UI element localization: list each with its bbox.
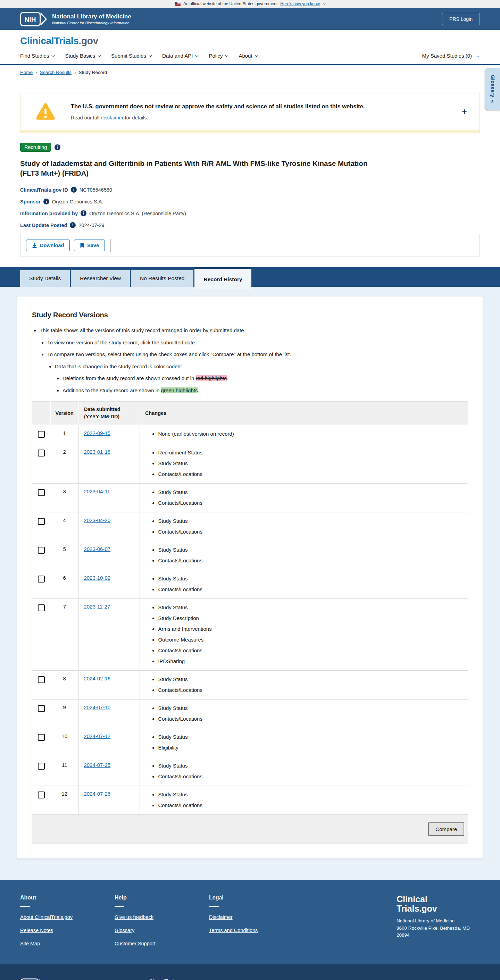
change-item: Contacts/Locations <box>158 715 463 722</box>
tab-researcher-view[interactable]: Researcher View <box>71 270 130 287</box>
version-checkbox[interactable] <box>38 431 45 438</box>
version-date-link[interactable]: 2023-04-20 <box>84 517 110 523</box>
version-row: 22023-01-18Recruitment StatusStudy Statu… <box>32 444 468 484</box>
change-item: Contacts/Locations <box>158 585 463 593</box>
checkbox-cell <box>32 700 50 728</box>
footer-link[interactable]: Site Map <box>20 941 115 946</box>
version-date-link[interactable]: 2024-07-10 <box>84 704 110 710</box>
version-date-link[interactable]: 2024-07-26 <box>84 791 110 797</box>
tab-no-results-posted[interactable]: No Results Posted <box>131 270 193 287</box>
breadcrumb: Home › Search Results › Study Record <box>0 65 500 79</box>
version-date-link[interactable]: 2023-01-18 <box>84 449 110 455</box>
chevron-down-icon <box>255 54 258 57</box>
download-button[interactable]: Download <box>26 240 70 251</box>
prs-login-button[interactable]: PRS Login <box>442 13 480 25</box>
breadcrumb-search-results-link[interactable]: Search Results <box>40 70 72 75</box>
chevron-down-icon <box>225 54 228 57</box>
nlm-title[interactable]: National Library of Medicine <box>52 13 131 20</box>
version-checkbox[interactable] <box>38 763 45 770</box>
version-checkbox[interactable] <box>38 734 45 741</box>
footer-link[interactable]: Give us feedback <box>115 915 209 920</box>
expand-plus-icon[interactable]: + <box>459 106 470 117</box>
footer-link[interactable]: Terms and Conditions <box>209 928 304 933</box>
footer-link[interactable]: Customer Support <box>115 941 209 946</box>
disclaimer-link[interactable]: disclaimer <box>101 115 123 121</box>
version-checkbox[interactable] <box>38 676 45 683</box>
checkbox-cell <box>32 599 50 671</box>
version-date-link[interactable]: 2023-06-07 <box>84 546 110 552</box>
version-checkbox[interactable] <box>38 792 45 799</box>
clinicaltrials-footer-logo: Clinical Trials.gov <box>396 895 480 913</box>
checkbox-cell <box>32 570 50 599</box>
breadcrumb-home-link[interactable]: Home <box>20 70 33 75</box>
version-date-link[interactable]: 2023-10-02 <box>84 575 110 581</box>
version-checkbox[interactable] <box>38 518 45 525</box>
footer-link[interactable]: About ClinicalTrials.gov <box>20 915 115 920</box>
info-icon[interactable]: i <box>81 210 86 216</box>
version-date-link[interactable]: 2024-07-12 <box>84 733 110 739</box>
info-icon[interactable]: i <box>54 145 61 150</box>
version-checkbox[interactable] <box>38 450 45 457</box>
nav-item-about[interactable]: About <box>239 53 257 59</box>
changes-list: Study StatusContacts/Locations <box>158 575 463 593</box>
checkbox-cell <box>32 512 50 541</box>
version-date-link[interactable]: 2024-07-25 <box>84 762 110 768</box>
version-checkbox[interactable] <box>38 605 45 611</box>
version-number: 11 <box>50 757 79 786</box>
date-cell: 2023-10-02 <box>79 570 140 599</box>
nav-item-policy[interactable]: Policy <box>209 53 228 59</box>
version-checkbox[interactable] <box>38 705 45 712</box>
disclaimer-text: The U.S. government does not review or a… <box>61 103 365 121</box>
divider <box>110 239 111 252</box>
date-cell: 2024-07-12 <box>79 728 140 757</box>
change-item: Study Status <box>158 575 463 582</box>
ncbi-subtitle: National Center for Biotechnology Inform… <box>52 21 131 25</box>
footer-column-legal: LegalDisclaimerTerms and Conditions <box>209 895 304 954</box>
chevron-down-icon <box>323 2 326 5</box>
nav-item-data-and-api[interactable]: Data and API <box>162 53 197 59</box>
change-item: Recruitment Status <box>158 449 463 456</box>
table-header-row: Version Date submitted (YYYY-MM-DD) Chan… <box>32 402 468 425</box>
version-date-link[interactable]: 2022-09-15 <box>84 430 110 436</box>
info-icon[interactable]: i <box>70 222 76 228</box>
nav-item-study-basics[interactable]: Study Basics <box>65 53 100 59</box>
divider <box>209 906 219 907</box>
version-number: 2 <box>50 444 79 484</box>
nih-header: NIH National Library of Medicine Nationa… <box>0 8 500 30</box>
nav-item-find-studies[interactable]: Find Studies <box>20 53 54 59</box>
note-item: Data that is changed in the study record… <box>55 363 468 395</box>
save-button[interactable]: Save <box>74 240 105 251</box>
how-you-know-link[interactable]: Here's how you know <box>280 2 320 6</box>
glossary-side-tab[interactable]: Glossary « <box>486 68 500 110</box>
disclaimer-body: Read our full disclaimer for details. <box>71 115 365 121</box>
note-item-deletions: Deletions from the study record are show… <box>62 375 468 383</box>
info-icon[interactable]: i <box>43 199 49 204</box>
compare-button[interactable]: Compare <box>428 822 464 836</box>
tab-study-details[interactable]: Study Details <box>20 270 70 287</box>
footer-link[interactable]: Release Notes <box>20 928 115 933</box>
action-bar: Download Save <box>20 234 480 257</box>
my-saved-studies-link[interactable]: My Saved Studies (0) → <box>422 53 480 59</box>
tab-record-history[interactable]: Record History <box>194 267 251 290</box>
field-label: ClinicalTrials.gov ID <box>20 187 68 192</box>
version-checkbox[interactable] <box>38 489 45 496</box>
change-item: Study Status <box>158 704 463 712</box>
date-column-header: Date submitted (YYYY-MM-DD) <box>79 402 140 425</box>
clinicaltrials-logo[interactable]: ClinicalTrials.gov <box>20 35 480 46</box>
footer-link[interactable]: Disclaimer <box>209 915 304 920</box>
nih-logo[interactable]: NIH <box>20 12 48 26</box>
version-date-link[interactable]: 2023-11-27 <box>84 604 110 609</box>
versions-table: Version Date submitted (YYYY-MM-DD) Chan… <box>32 401 468 844</box>
version-date-link[interactable]: 2024-02-16 <box>84 676 110 681</box>
change-item: Study Status <box>158 488 463 496</box>
checkbox-cell <box>32 425 50 444</box>
date-cell: 2023-06-07 <box>79 541 140 570</box>
change-item: Eligibility <box>158 744 463 751</box>
footer-link-columns: AboutAbout ClinicalTrials.govRelease Not… <box>20 895 304 954</box>
footer-link[interactable]: Glossary <box>115 928 209 933</box>
nav-item-submit-studies[interactable]: Submit Studies <box>111 53 151 59</box>
version-checkbox[interactable] <box>38 576 45 582</box>
info-icon[interactable]: i <box>71 187 77 192</box>
version-date-link[interactable]: 2023-04-11 <box>84 488 110 494</box>
version-checkbox[interactable] <box>38 547 45 554</box>
